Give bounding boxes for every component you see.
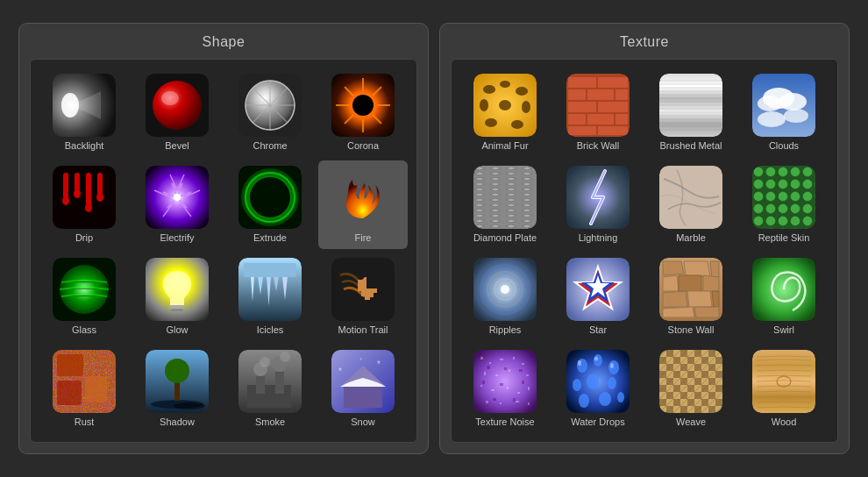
svg-point-176 — [578, 360, 581, 366]
svg-rect-159 — [504, 367, 507, 370]
svg-rect-157 — [528, 402, 530, 405]
item-chrome[interactable]: Chrome — [225, 68, 315, 157]
drip-label: Drip — [75, 232, 93, 244]
reptile-skin-label: Reptile Skin — [758, 232, 810, 244]
svg-point-30 — [96, 193, 103, 202]
wood-icon — [752, 350, 815, 413]
svg-point-13 — [352, 95, 374, 116]
glow-label: Glow — [166, 324, 188, 336]
svg-rect-25 — [75, 173, 80, 192]
svg-point-3 — [153, 81, 202, 130]
brick-wall-label: Brick Wall — [577, 140, 619, 152]
item-icicles[interactable]: Icicles — [225, 253, 315, 341]
swirl-icon — [752, 258, 815, 321]
item-brick-wall[interactable]: Brick Wall — [553, 68, 643, 157]
item-diamond-plate[interactable]: Diamond Plate — [460, 160, 550, 249]
lightning-label: Lightning — [579, 232, 618, 244]
svg-text:*: * — [338, 367, 342, 376]
svg-rect-92 — [587, 114, 614, 125]
svg-rect-150 — [491, 389, 494, 391]
smoke-icon — [238, 350, 302, 413]
item-marble[interactable]: Marble — [646, 160, 736, 249]
fire-icon — [331, 166, 395, 229]
rust-label: Rust — [75, 416, 95, 428]
swirl-label: Swirl — [773, 324, 794, 336]
svg-rect-147 — [509, 369, 510, 372]
svg-point-75 — [483, 85, 495, 94]
wood-label: Wood — [772, 416, 797, 428]
extrude-label: Extrude — [253, 232, 287, 244]
svg-rect-54 — [57, 381, 82, 405]
item-extrude[interactable]: Extrude — [225, 160, 315, 249]
item-rust[interactable]: Rust — [39, 345, 129, 433]
shadow-label: Shadow — [160, 416, 195, 428]
svg-rect-61 — [247, 385, 291, 408]
svg-rect-160 — [519, 369, 523, 372]
item-brushed-metal[interactable]: Brushed Metal — [646, 68, 736, 157]
item-texture-noise[interactable]: Texture Noise — [460, 345, 550, 433]
item-glass[interactable]: Glass — [39, 253, 129, 341]
svg-point-169 — [608, 360, 619, 374]
svg-text:*: * — [359, 356, 362, 364]
fire-label: Fire — [355, 232, 372, 244]
item-smoke[interactable]: Smoke — [225, 345, 315, 433]
item-weave[interactable]: Weave — [646, 345, 736, 433]
item-motion-trail[interactable]: Motion Trail — [318, 253, 408, 341]
item-wood[interactable]: Wood — [739, 345, 829, 433]
item-swirl[interactable]: Swirl — [739, 253, 829, 341]
item-water-drops[interactable]: Water Drops — [553, 345, 643, 433]
item-bevel[interactable]: Bevel — [132, 68, 222, 157]
svg-point-117 — [758, 111, 786, 127]
item-animal-fur[interactable]: Animal Fur — [460, 68, 550, 157]
texture-panel-inner: Animal Fur — [451, 59, 838, 444]
svg-point-82 — [511, 120, 523, 129]
weave-icon — [659, 350, 722, 413]
item-clouds[interactable]: Clouds — [739, 68, 829, 157]
svg-rect-144 — [522, 363, 524, 365]
svg-point-77 — [516, 87, 528, 96]
smoke-label: Smoke — [255, 416, 285, 428]
item-star[interactable]: Star — [553, 253, 643, 341]
svg-text:*: * — [377, 360, 381, 369]
svg-rect-154 — [486, 401, 488, 403]
svg-point-116 — [784, 109, 808, 123]
reptile-skin-icon — [752, 166, 815, 229]
item-ripples[interactable]: Ripples — [460, 253, 550, 341]
item-electrify[interactable]: Electrify — [132, 160, 222, 249]
shadow-icon — [146, 350, 209, 413]
item-glow[interactable]: Glow — [132, 253, 222, 341]
svg-point-79 — [499, 100, 511, 110]
svg-rect-149 — [480, 385, 482, 387]
shape-grid: Backlight — [39, 68, 408, 434]
item-lightning[interactable]: Lightning — [553, 160, 643, 249]
item-shadow[interactable]: Shadow — [132, 345, 222, 433]
item-backlight[interactable]: Backlight — [39, 68, 129, 157]
texture-noise-label: Texture Noise — [475, 416, 534, 428]
svg-rect-94 — [568, 126, 596, 135]
item-snow[interactable]: * * * Snow — [318, 345, 408, 433]
item-stone-wall[interactable]: Stone Wall — [646, 253, 736, 341]
stone-wall-label: Stone Wall — [668, 324, 715, 336]
texture-noise-icon — [473, 350, 537, 413]
item-reptile-skin[interactable]: Reptile Skin — [739, 160, 829, 249]
motion-trail-label: Motion Trail — [338, 324, 388, 336]
svg-rect-62 — [256, 376, 265, 394]
svg-point-173 — [579, 394, 589, 408]
marble-label: Marble — [676, 232, 706, 244]
svg-point-80 — [522, 101, 530, 113]
clouds-label: Clouds — [769, 140, 799, 152]
animal-fur-label: Animal Fur — [481, 140, 528, 152]
water-drops-icon — [566, 350, 630, 413]
water-drops-label: Water Drops — [571, 416, 624, 428]
item-fire[interactable]: Fire — [318, 160, 408, 249]
svg-rect-158 — [487, 366, 490, 369]
svg-point-59 — [174, 402, 205, 409]
svg-rect-29 — [97, 173, 103, 196]
item-corona[interactable]: Corona — [318, 68, 408, 157]
svg-point-167 — [577, 359, 587, 373]
svg-rect-156 — [516, 401, 519, 402]
svg-point-174 — [599, 392, 611, 406]
svg-rect-27 — [86, 173, 91, 206]
item-drip[interactable]: Drip — [39, 160, 129, 249]
electrify-label: Electrify — [160, 232, 194, 244]
